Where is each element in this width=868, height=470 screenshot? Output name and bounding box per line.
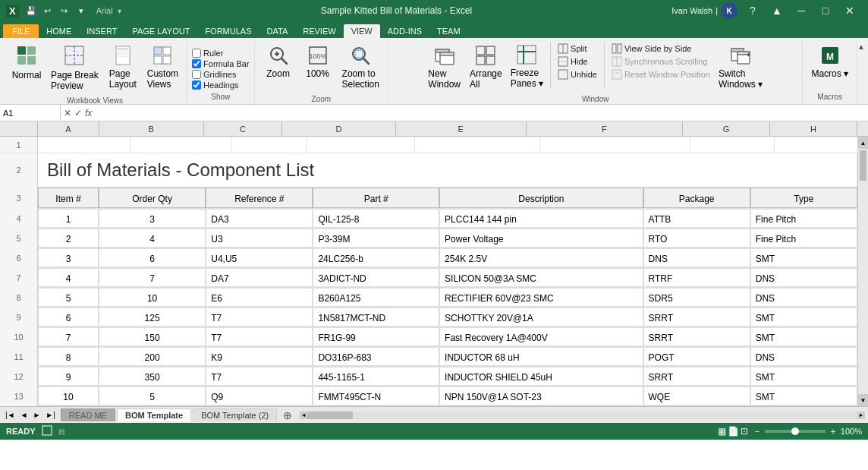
cell-r4-pkg[interactable]: ATTB — [643, 209, 750, 228]
tab-bom-template[interactable]: BOM Template — [117, 408, 191, 421]
switch-windows-button[interactable]: SwitchWindows ▾ — [715, 43, 766, 92]
page-break-preview-button[interactable]: Page BreakPreview — [47, 43, 102, 93]
cell-r12-part[interactable]: 445-1165-1 — [313, 367, 439, 386]
cell-g1[interactable] — [690, 137, 774, 153]
page-layout-status-btn[interactable]: 📄 — [728, 426, 739, 437]
cell-r13-qty[interactable]: 5 — [99, 386, 206, 405]
normal-view-button[interactable]: Normal — [8, 43, 46, 83]
cell-r10-item[interactable]: 7 — [38, 327, 99, 346]
header-description[interactable]: Description — [439, 188, 643, 208]
hscroll-left[interactable]: ◄ — [300, 412, 307, 419]
scroll-up-button[interactable]: ▲ — [858, 137, 868, 149]
cell-r7-part[interactable]: 3ADICT-ND — [313, 268, 439, 287]
zoom-in-button[interactable]: ＋ — [829, 425, 838, 438]
vertical-scrollbar[interactable]: ▲ ▼ — [857, 137, 868, 406]
cell-r12-item[interactable]: 9 — [38, 367, 99, 386]
new-window-button[interactable]: NewWindow — [424, 43, 464, 92]
zoom-button[interactable]: Zoom — [259, 43, 297, 81]
cell-r10-pkg[interactable]: SRRT — [643, 327, 750, 346]
cell-r5-qty[interactable]: 4 — [99, 229, 206, 248]
cancel-formula-icon[interactable]: ✕ — [64, 108, 71, 118]
tab-insert[interactable]: INSERT — [79, 24, 124, 38]
tab-bom-template-2[interactable]: BOM Template (2) — [193, 408, 277, 421]
cell-r10-part[interactable]: FR1G-99 — [313, 327, 439, 346]
cell-r4-type[interactable]: Fine Pitch — [750, 209, 857, 228]
cell-r8-item[interactable]: 5 — [38, 288, 99, 307]
zoom-100-button[interactable]: 100% 100% — [299, 43, 337, 81]
hscroll-right[interactable]: ► — [857, 412, 865, 419]
cell-r6-item[interactable]: 3 — [38, 248, 99, 267]
header-item[interactable]: Item # — [38, 188, 99, 208]
cell-r5-desc[interactable]: Power Voltage — [439, 229, 643, 248]
cell-r13-desc[interactable]: NPN 150V@1A SOT-23 — [439, 386, 643, 405]
cell-r11-item[interactable]: 8 — [38, 347, 99, 366]
sheet-tab-last[interactable]: ►| — [43, 411, 58, 419]
cell-h1[interactable] — [775, 137, 857, 153]
cell-r7-pkg[interactable]: RTRF — [643, 268, 750, 287]
cell-r8-desc[interactable]: RECTIFIER 60V@23 SMC — [439, 288, 643, 307]
cell-r4-desc[interactable]: PLCC144 144 pin — [439, 209, 643, 228]
unhide-button[interactable]: Unhide — [555, 68, 600, 80]
view-side-by-side-button[interactable]: View Side by Side — [609, 43, 713, 55]
insert-function-icon[interactable]: fx — [85, 108, 92, 118]
cell-r10-qty[interactable]: 150 — [99, 327, 206, 346]
customize-qa[interactable]: ▾ — [74, 3, 89, 18]
cell-r9-type[interactable]: SMT — [750, 308, 857, 326]
cell-d1[interactable] — [307, 137, 415, 153]
tab-page-layout[interactable]: PAGE LAYOUT — [124, 24, 197, 38]
ribbon-collapse-button[interactable]: ▲ — [765, 0, 789, 21]
cell-r11-pkg[interactable]: POGT — [643, 347, 750, 366]
ruler-checkbox[interactable] — [192, 49, 201, 58]
cell-r11-ref[interactable]: K9 — [206, 347, 313, 366]
cell-a1[interactable] — [38, 137, 131, 153]
synchronous-scrolling-button[interactable]: Synchronous Scrolling — [609, 55, 713, 68]
formula-bar-checkbox[interactable] — [192, 59, 201, 68]
header-orderqty[interactable]: Order Qty — [99, 188, 206, 208]
cell-r11-part[interactable]: DO316P-683 — [313, 347, 439, 366]
gridlines-checkbox-label[interactable]: Gridlines — [192, 70, 236, 79]
cell-r10-type[interactable]: SMT — [750, 327, 857, 346]
cell-r7-ref[interactable]: DA7 — [206, 268, 313, 287]
cell-r9-ref[interactable]: T7 — [206, 308, 313, 326]
sheet-tab-first[interactable]: |◄ — [3, 411, 17, 419]
cell-r11-qty[interactable]: 200 — [99, 347, 206, 366]
cell-r9-pkg[interactable]: SRRT — [643, 308, 750, 326]
cell-r8-ref[interactable]: E6 — [206, 288, 313, 307]
cell-r6-qty[interactable]: 6 — [99, 248, 206, 267]
cell-r12-pkg[interactable]: SRRT — [643, 367, 750, 386]
cell-r12-desc[interactable]: INDUCTOR SHIELD 45uH — [439, 367, 643, 386]
cell-r10-desc[interactable]: Fast Recovery 1A@400V — [439, 327, 643, 346]
cell-r5-type[interactable]: Fine Pitch — [750, 229, 857, 248]
hide-button[interactable]: Hide — [555, 55, 600, 68]
cell-r12-qty[interactable]: 350 — [99, 367, 206, 386]
tab-team[interactable]: TEAM — [429, 24, 468, 38]
cell-b1[interactable] — [131, 137, 231, 153]
cell-r5-pkg[interactable]: RTO — [643, 229, 750, 248]
horizontal-scrollbar[interactable]: ◄ ► — [297, 412, 868, 419]
cell-title[interactable]: Bill of Materials - Component List — [38, 153, 857, 187]
add-sheet-button[interactable]: ⊕ — [278, 409, 297, 421]
help-button[interactable]: ? — [741, 0, 765, 21]
cell-r6-pkg[interactable]: DNS — [643, 248, 750, 267]
split-button[interactable]: Split — [555, 43, 600, 55]
cell-r12-ref[interactable]: T7 — [206, 367, 313, 386]
header-package[interactable]: Package — [643, 188, 750, 208]
tab-addins[interactable]: ADD-INS — [380, 24, 429, 38]
cell-r11-type[interactable]: DNS — [750, 347, 857, 366]
close-button[interactable]: ✕ — [838, 0, 862, 21]
cell-r8-pkg[interactable]: SDR5 — [643, 288, 750, 307]
cell-r13-pkg[interactable]: WQE — [643, 386, 750, 405]
tab-review[interactable]: REVIEW — [295, 24, 343, 38]
headings-checkbox[interactable] — [192, 80, 201, 90]
maximize-button[interactable]: □ — [813, 0, 838, 21]
custom-views-button[interactable]: CustomViews — [143, 43, 182, 92]
normal-view-status-btn[interactable]: ▦ — [718, 426, 726, 437]
scroll-thumb[interactable] — [860, 150, 866, 181]
cell-r4-part[interactable]: QIL-125-8 — [313, 209, 439, 228]
cell-r4-ref[interactable]: DA3 — [206, 209, 313, 228]
formula-bar-checkbox-label[interactable]: Formula Bar — [192, 59, 250, 68]
cell-r11-desc[interactable]: INDUCTOR 68 uH — [439, 347, 643, 366]
freeze-panes-button[interactable]: FreezePanes ▾ — [508, 43, 546, 90]
name-box[interactable]: A1 — [0, 105, 61, 121]
sheet-tab-next[interactable]: ► — [30, 411, 42, 419]
